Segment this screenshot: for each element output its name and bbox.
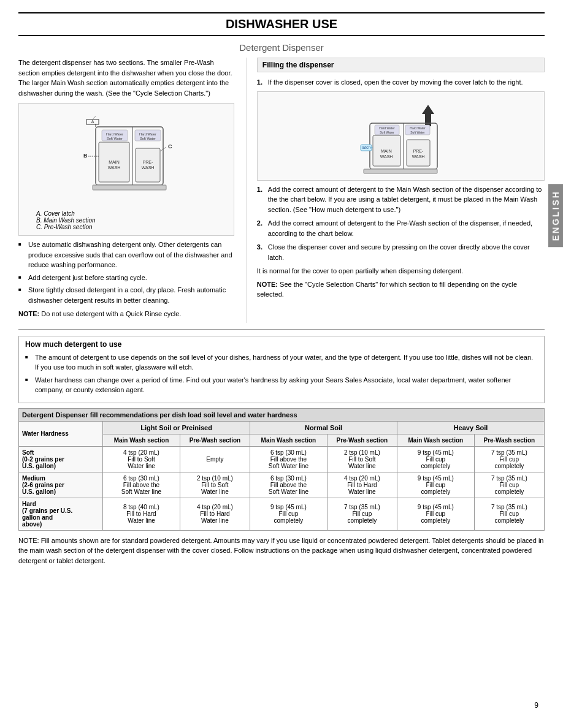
step-2: Add the correct amount of detergent to t… (257, 184, 545, 215)
table-cell-4: 9 tsp (45 mL)Fill cupcompletely (397, 472, 474, 498)
svg-text:Hard Water: Hard Water (410, 126, 426, 130)
water-hardness-cell: Medium(2-6 grains perU.S. gallon) (19, 472, 103, 498)
step-1: If the dispenser cover is closed, open t… (257, 77, 545, 88)
bullet-item-2: Add detergent just before starting cycle… (18, 273, 234, 283)
table-footer-note: NOTE: Fill amounts shown are for standar… (18, 536, 545, 566)
svg-text:C: C (168, 143, 172, 150)
right-note: NOTE: See the "Cycle Selection Charts" f… (257, 279, 545, 300)
table-cell-4: 9 tsp (45 mL)Fill cupcompletely (397, 498, 474, 530)
table-cell-0: 8 tsp (40 mL)Fill to HardWater line (103, 498, 180, 530)
svg-text:Hard Water: Hard Water (139, 132, 156, 136)
table-cell-2: 9 tsp (45 mL)Fill cupcompletely (250, 498, 327, 530)
svg-text:A: A (91, 119, 94, 124)
sub-h-2: Pre-Wash section (180, 434, 250, 446)
table-cell-1: 2 tsp (10 mL)Fill to SoftWater line (180, 472, 250, 498)
table-cell-5: 7 tsp (35 mL)Fill cupcompletely (474, 498, 544, 530)
svg-text:WASH: WASH (380, 154, 393, 159)
svg-text:WASH: WASH (142, 165, 155, 170)
svg-text:Hard Water: Hard Water (380, 126, 396, 130)
section-divider (18, 329, 545, 330)
how-much-bullet-1: The amount of detergent to use depends o… (25, 352, 538, 373)
table-cell-2: 6 tsp (30 mL)Fill above theSoft Water li… (250, 446, 327, 472)
heavy-soil-header: Heavy Soil (397, 421, 544, 434)
right-diagram: MAIN WASH PRE- WASH Hard Water Soft Wate… (257, 91, 545, 181)
table-row: Soft(0-2 grains perU.S. gallon)4 tsp (20… (19, 446, 545, 472)
detergent-table: Detergent Dispenser fill recommendations… (18, 408, 545, 531)
water-hardness-cell: Soft(0-2 grains perU.S. gallon) (19, 446, 103, 472)
intro-paragraph: The detergent dispenser has two sections… (18, 58, 234, 98)
svg-text:Soft Water: Soft Water (380, 131, 395, 134)
left-column: The detergent dispenser has two sections… (18, 58, 234, 323)
step-4: Close the dispenser cover and secure by … (257, 242, 545, 262)
sub-h-3: Main Wash section (250, 434, 327, 446)
svg-rect-41 (364, 169, 437, 173)
table-cell-1: 4 tsp (20 mL)Fill to HardWater line (180, 498, 250, 530)
svg-text:MAIN: MAIN (381, 149, 393, 153)
table-row: Medium(2-6 grains perU.S. gallon)6 tsp (… (19, 472, 545, 498)
table-caption: Detergent Dispenser fill recommendations… (19, 408, 545, 421)
svg-text:Hard Water: Hard Water (106, 132, 123, 136)
water-hardness-cell: Hard(7 grains per U.S.gallon andabove) (19, 498, 103, 530)
left-bullet-list: Use automatic dishwashing detergent only… (18, 240, 234, 305)
how-much-bullets: The amount of detergent to use depends o… (25, 352, 538, 395)
svg-text:latch: latch (362, 145, 371, 150)
bullet-item-1: Use automatic dishwashing detergent only… (18, 240, 234, 270)
normal-text-dispense: It is normal for the cover to open parti… (257, 266, 545, 276)
svg-rect-22 (93, 185, 166, 190)
label-c: C. Pre-Wash section (36, 224, 229, 230)
filling-header: Filling the dispenser (257, 58, 545, 72)
sub-h-5: Main Wash section (397, 434, 474, 446)
table-group-header: Water Hardness Light Soil or Preinised N… (19, 421, 545, 434)
how-much-title: How much detergent to use (25, 340, 538, 349)
table-cell-0: 4 tsp (20 mL)Fill to SoftWater line (103, 446, 180, 472)
diagram-labels: A. Cover latch B. Main Wash section C. P… (24, 210, 229, 230)
table-title-row: Detergent Dispenser fill recommendations… (19, 408, 545, 421)
table-cell-1: Empty (180, 446, 250, 472)
right-column: Filling the dispenser If the dispenser c… (247, 58, 545, 323)
label-a: A. Cover latch (36, 210, 229, 217)
sub-h-4: Pre-Wash section (327, 434, 397, 446)
svg-text:Soft Water: Soft Water (140, 137, 156, 140)
page-number: 9 (534, 701, 538, 710)
svg-text:WASH: WASH (412, 154, 425, 159)
svg-text:PRE-: PRE- (413, 149, 424, 153)
svg-text:PRE-: PRE- (143, 160, 153, 164)
how-much-bullet-2: Water hardness can change over a period … (25, 375, 538, 395)
left-note: NOTE: Do not use detergent with a Quick … (18, 309, 234, 319)
filling-steps-2-4: Add the correct amount of detergent to t… (257, 184, 545, 263)
page-title: DISHWASHER USE (18, 12, 545, 36)
table-cell-5: 7 tsp (35 mL)Fill cupcompletely (474, 446, 544, 472)
svg-text:Soft Water: Soft Water (107, 137, 123, 140)
svg-text:MAIN: MAIN (109, 160, 120, 164)
table-cell-0: 6 tsp (30 mL)Fill above theSoft Water li… (103, 472, 180, 498)
table-cell-5: 7 tsp (35 mL)Fill cupcompletely (474, 472, 544, 498)
svg-text:Soft Water: Soft Water (411, 131, 426, 134)
step-3: Add the correct amount of detergent to t… (257, 218, 545, 238)
sub-h-1: Main Wash section (103, 434, 180, 446)
dishwasher-diagram-left: MAIN WASH PRE- WASH Hard Water Soft Wate… (71, 108, 182, 207)
svg-text:B: B (83, 153, 88, 159)
section-title-detergent: Detergent Dispenser (18, 42, 545, 53)
table-row: Hard(7 grains per U.S.gallon andabove)8 … (19, 498, 545, 530)
english-sidebar: ENGLISH (548, 184, 563, 247)
how-much-section: How much detergent to use The amount of … (18, 336, 545, 403)
sub-h-6: Pre-Wash section (474, 434, 544, 446)
svg-line-17 (93, 116, 96, 119)
label-b: B. Main Wash section (36, 217, 229, 224)
table-cell-3: 4 tsp (20 mL)Fill to HardWater line (327, 472, 397, 498)
light-soil-header: Light Soil or Preinised (103, 421, 250, 434)
normal-soil-header: Normal Soil (250, 421, 397, 434)
table-cell-4: 9 tsp (45 mL)Fill cupcompletely (397, 446, 474, 472)
main-two-col: The detergent dispenser has two sections… (18, 58, 545, 323)
table-cell-3: 2 tsp (10 mL)Fill to SoftWater line (327, 446, 397, 472)
filling-steps: If the dispenser cover is closed, open t… (257, 77, 545, 88)
left-diagram: MAIN WASH PRE- WASH Hard Water Soft Wate… (18, 103, 234, 236)
table-body: Soft(0-2 grains perU.S. gallon)4 tsp (20… (19, 446, 545, 530)
water-hardness-header: Water Hardness (19, 421, 103, 446)
table-cell-2: 6 tsp (30 mL)Fill above theSoft Water li… (250, 472, 327, 498)
dishwasher-diagram-right: MAIN WASH PRE- WASH Hard Water Soft Wate… (339, 96, 462, 175)
bullet-item-3: Store tightly closed detergent in a cool… (18, 285, 234, 305)
table-cell-3: 7 tsp (35 mL)Fill cupcompletely (327, 498, 397, 530)
svg-text:WASH: WASH (108, 165, 121, 170)
